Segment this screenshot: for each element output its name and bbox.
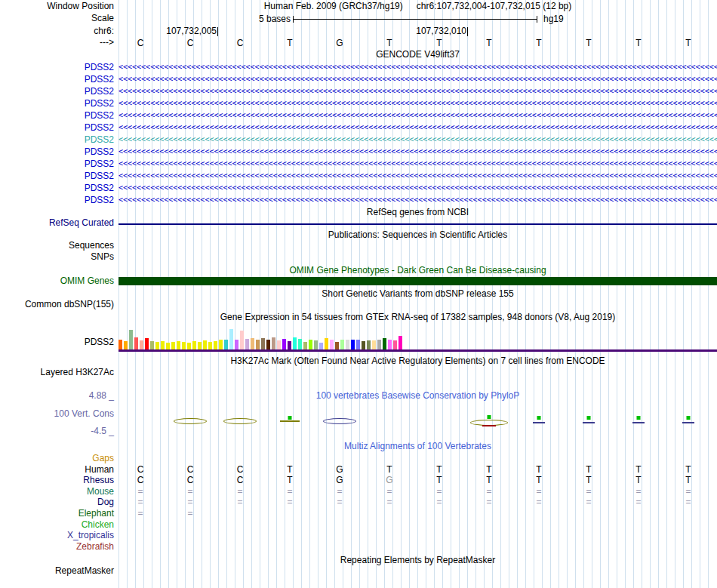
gtex-tissue-bar[interactable] [256,340,260,349]
alignment-cells[interactable] [118,541,717,553]
gene-item-arrows[interactable]: <<<<<<<<<<<<<<<<<<<<<<<<<<<<<<<<<<<<<<<<… [118,170,717,182]
gtex-tissue-bar[interactable] [340,340,344,349]
gtex-tissue-bar[interactable] [155,342,159,349]
gene-item-arrows[interactable]: <<<<<<<<<<<<<<<<<<<<<<<<<<<<<<<<<<<<<<<<… [118,85,717,97]
gtex-tissue-bar[interactable] [314,340,318,349]
refseq-curated-label[interactable]: RefSeq Curated [0,218,118,229]
alignment-cells[interactable] [118,453,717,464]
gtex-tissue-bar[interactable] [198,342,202,349]
publications-title[interactable]: Publications: Sequences in Scientific Ar… [118,230,717,240]
gtex-tissue-bar[interactable] [288,341,291,349]
species-label-elephant[interactable]: Elephant [0,508,118,519]
alignment-cells[interactable]: ============ [118,486,717,497]
gene-label[interactable]: PDSS2 [0,61,118,73]
gtex-tissue-bar[interactable] [362,341,365,349]
species-label-mouse[interactable]: Mouse [0,486,118,497]
gtex-tissue-bar[interactable] [298,339,302,349]
snps-label[interactable]: SNPs [0,252,118,263]
omim-gene-bar[interactable] [118,277,717,285]
gtex-title[interactable]: Gene Expression in 54 tissues from GTEx … [118,312,717,323]
repeatmasker-title[interactable]: Repeating Elements by RepeatMasker [118,556,717,565]
gtex-tissue-bar[interactable] [161,341,165,349]
gtex-tissue-bar[interactable] [208,342,212,349]
gene-label[interactable]: PDSS2 [0,73,118,85]
gtex-tissue-bar[interactable] [203,340,207,349]
gtex-tissue-bar[interactable] [229,329,233,349]
species-label-dog[interactable]: Dog [0,497,118,508]
gtex-tissue-bar[interactable] [245,339,249,349]
vert-cons-label[interactable]: 100 Vert. Cons [0,409,118,420]
gtex-tissue-bar[interactable] [335,342,339,349]
species-label-x_tropicalis[interactable]: X_tropicalis [0,530,118,541]
alignment-cells[interactable]: ============ [118,497,717,508]
gtex-tissue-bar[interactable] [325,338,328,349]
gtex-tissue-bar[interactable] [182,342,186,349]
gtex-tissue-bar[interactable] [251,338,254,349]
gtex-tissue-bar[interactable] [261,338,265,349]
gtex-tissue-bar[interactable] [171,342,175,349]
gene-item-arrows[interactable]: <<<<<<<<<<<<<<<<<<<<<<<<<<<<<<<<<<<<<<<<… [118,73,717,85]
gene-item-arrows[interactable]: <<<<<<<<<<<<<<<<<<<<<<<<<<<<<<<<<<<<<<<<… [118,122,717,134]
gencode-title[interactable]: GENCODE V49lift37 [118,50,717,60]
gene-label[interactable]: PDSS2 [0,122,118,134]
gtex-tissue-bar[interactable] [351,340,355,349]
gtex-tissue-bar[interactable] [240,331,244,349]
gene-item-arrows[interactable]: <<<<<<<<<<<<<<<<<<<<<<<<<<<<<<<<<<<<<<<<… [118,134,717,146]
gtex-tissue-bar[interactable] [377,340,381,349]
gene-item-arrows[interactable]: <<<<<<<<<<<<<<<<<<<<<<<<<<<<<<<<<<<<<<<<… [118,97,717,109]
conservation-title[interactable]: 100 vertebrates Basewise Conservation by… [118,391,717,402]
gtex-tissue-bar[interactable] [129,330,133,349]
h3k27ac-title[interactable]: H3K27Ac Mark (Often Found Near Active Re… [118,356,717,367]
gtex-tissue-bar[interactable] [367,340,371,349]
gtex-tissue-bar[interactable] [272,337,275,349]
gene-label[interactable]: PDSS2 [0,194,118,206]
gene-label[interactable]: PDSS2 [0,182,118,194]
gtex-gene-label[interactable]: PDSS2 [0,337,118,352]
dbsnp-title[interactable]: Short Genetic Variants from dbSNP releas… [118,289,717,299]
species-label-human[interactable]: Human [0,464,118,476]
gene-label[interactable]: PDSS2 [0,97,118,109]
gtex-tissue-bar[interactable] [140,340,143,349]
repeatmasker-label[interactable]: RepeatMasker [0,566,118,577]
gtex-tissue-bar[interactable] [293,337,297,349]
gtex-tissue-bar[interactable] [383,338,386,349]
gtex-tissue-bar[interactable] [346,340,349,349]
alignment-cells[interactable] [118,530,717,541]
alignment-cells[interactable]: CCCTGGTTTTTT [118,475,717,486]
gtex-tissue-bar[interactable] [303,342,307,349]
gtex-tissue-bar[interactable] [399,336,402,349]
species-label-zebrafish[interactable]: Zebrafish [0,541,118,553]
gtex-tissue-bar[interactable] [235,340,238,349]
gene-item-arrows[interactable]: <<<<<<<<<<<<<<<<<<<<<<<<<<<<<<<<<<<<<<<<… [118,61,717,73]
gtex-tissue-bar[interactable] [150,341,154,349]
gene-item-arrows[interactable]: <<<<<<<<<<<<<<<<<<<<<<<<<<<<<<<<<<<<<<<<… [118,194,717,206]
gtex-tissue-bar[interactable] [219,340,223,349]
alignment-cells[interactable] [118,519,717,531]
gene-label[interactable]: PDSS2 [0,134,118,146]
alignment-cells[interactable]: CCCTGTTTTTTT [118,464,717,476]
gtex-tissue-bar[interactable] [309,340,312,349]
gtex-tissue-bar[interactable] [177,341,180,349]
gtex-tissue-bar[interactable] [319,343,323,349]
gtex-tissue-bar[interactable] [124,341,128,349]
gtex-tissue-bar[interactable] [393,340,397,349]
gtex-tissue-bar[interactable] [277,340,281,349]
gene-label[interactable]: PDSS2 [0,85,118,97]
gtex-tissue-bar[interactable] [356,340,360,349]
gtex-tissue-bar[interactable] [282,339,286,349]
gtex-tissue-bar[interactable] [388,340,392,349]
species-label-rhesus[interactable]: Rhesus [0,475,118,486]
gtex-tissue-bar[interactable] [166,343,170,349]
refseq-gene-line[interactable] [118,223,717,225]
gtex-tissue-bar[interactable] [145,338,149,349]
gtex-tissue-bar[interactable] [330,340,334,349]
gtex-tissue-bar[interactable] [372,340,376,349]
gene-item-arrows[interactable]: <<<<<<<<<<<<<<<<<<<<<<<<<<<<<<<<<<<<<<<<… [118,146,717,158]
omim-genes-label[interactable]: OMIM Genes [0,276,118,286]
species-label-chicken[interactable]: Chicken [0,519,118,531]
layered-h3k27ac-label[interactable]: Layered H3K27Ac [0,368,118,378]
gene-label[interactable]: PDSS2 [0,170,118,182]
gtex-tissue-bar[interactable] [224,340,228,349]
gene-label[interactable]: PDSS2 [0,109,118,122]
omim-title[interactable]: OMIM Gene Phenotypes - Dark Green Can Be… [118,266,717,276]
